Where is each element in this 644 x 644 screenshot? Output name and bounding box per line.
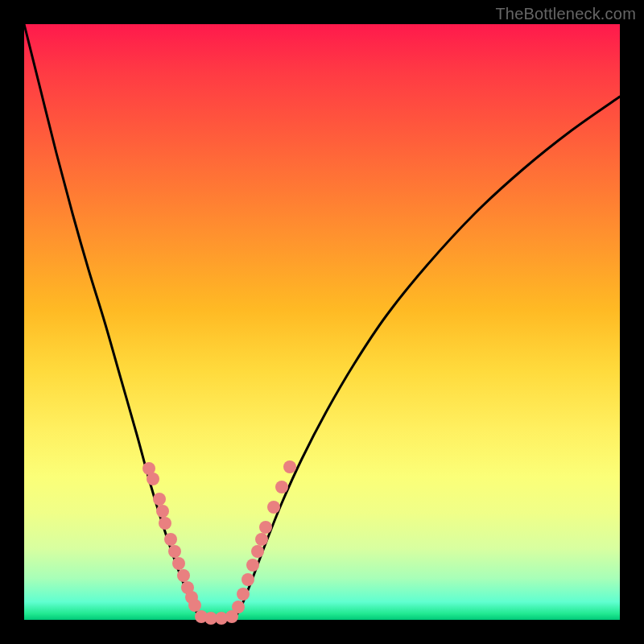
right-marker [251, 545, 264, 558]
right-marker [283, 460, 296, 473]
right-marker [259, 521, 272, 534]
left-marker [164, 533, 177, 546]
left-marker [153, 493, 166, 506]
curve-markers [142, 460, 296, 625]
right-marker [275, 481, 288, 493]
left-marker [188, 599, 201, 612]
chart-svg [24, 24, 620, 620]
left-marker [159, 517, 171, 530]
plot-area [24, 24, 620, 620]
left-marker [177, 569, 190, 582]
curve-right-branch [233, 97, 620, 620]
right-marker [237, 588, 250, 601]
left-marker [147, 473, 159, 485]
left-marker [168, 545, 181, 558]
right-marker [267, 501, 280, 514]
right-marker [242, 573, 254, 586]
chart-frame: TheBottleneck.com [0, 0, 644, 644]
left-marker [172, 557, 185, 570]
curve-left-branch [24, 24, 201, 620]
left-marker [156, 505, 169, 518]
right-marker [255, 533, 268, 546]
right-marker [232, 601, 245, 613]
watermark-text: TheBottleneck.com [495, 5, 636, 23]
right-marker [246, 559, 259, 572]
